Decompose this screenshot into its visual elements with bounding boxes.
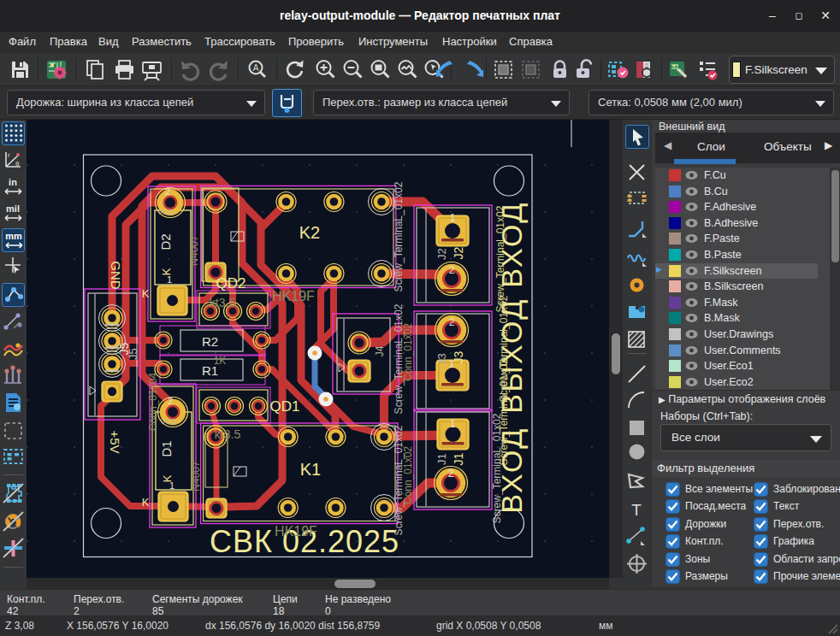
svg-text:R2: R2 (202, 334, 218, 349)
svg-text:N4007: N4007 (190, 461, 202, 492)
svg-text:in: in (9, 177, 17, 187)
svg-text:J3: J3 (435, 353, 448, 365)
svg-text:Conn_01x02: Conn_01x02 (402, 446, 414, 504)
svg-text:J2: J2 (435, 248, 448, 260)
svg-text:Screw_TerminaL_01x02: Screw_TerminaL_01x02 (491, 413, 503, 523)
svg-text:GND: GND (109, 261, 123, 290)
svg-text:J1: J1 (435, 453, 448, 465)
svg-text:r: r (8, 151, 10, 159)
svg-text:K: K (142, 496, 150, 509)
svg-text:QD2: QD2 (216, 275, 246, 292)
svg-text:1: 1 (167, 274, 172, 285)
svg-text:VCC: VCC (157, 207, 175, 216)
svg-text:1: 1 (449, 358, 455, 370)
svg-text:kt3.5: kt3.5 (210, 296, 236, 309)
svg-text:J4: J4 (374, 345, 386, 356)
svg-text:2: 2 (449, 316, 455, 328)
svg-text:1: 1 (450, 418, 456, 430)
svg-text:kt3.5: kt3.5 (215, 427, 241, 441)
svg-text:A: A (253, 63, 259, 73)
svg-text:HK19F: HK19F (275, 524, 317, 539)
svg-text:J5: J5 (127, 348, 139, 360)
svg-text:Screw_TerminaL_01x02: Screw_TerminaL_01x02 (393, 181, 405, 292)
svg-text:θ: θ (15, 160, 20, 168)
svg-text:+5V: +5V (108, 430, 122, 453)
svg-text:D2: D2 (158, 233, 173, 250)
svg-text:K2: K2 (299, 223, 320, 242)
svg-text:1: 1 (169, 480, 175, 491)
svg-text:K1: K1 (300, 460, 321, 479)
svg-text:1: 1 (450, 212, 456, 224)
svg-text:K: K (142, 287, 150, 300)
svg-text:VCC: VCC (160, 416, 177, 426)
svg-text:2: 2 (448, 468, 454, 480)
svg-text:mm: mm (5, 231, 22, 241)
svg-text:2: 2 (168, 396, 173, 406)
svg-text:Screw_Terminal_01x02: Screw_Terminal_01x02 (498, 295, 510, 402)
svg-text:2: 2 (165, 186, 170, 197)
svg-text:J2: J2 (452, 246, 465, 259)
svg-text:Conn_01x02: Conn_01x02 (402, 323, 414, 381)
svg-text:D1: D1 (159, 440, 174, 456)
svg-text:2: 2 (449, 264, 455, 276)
svg-text:J1: J1 (452, 452, 465, 465)
svg-text:T: T (631, 501, 642, 519)
svg-text:N4007: N4007 (188, 235, 200, 266)
svg-text:QD1: QD1 (270, 398, 300, 415)
svg-text:mil: mil (6, 203, 20, 214)
svg-text:Conn_01x04: Conn_01x04 (147, 373, 159, 431)
svg-text:1K: 1K (214, 355, 227, 367)
svg-text:HK19F: HK19F (272, 289, 315, 303)
